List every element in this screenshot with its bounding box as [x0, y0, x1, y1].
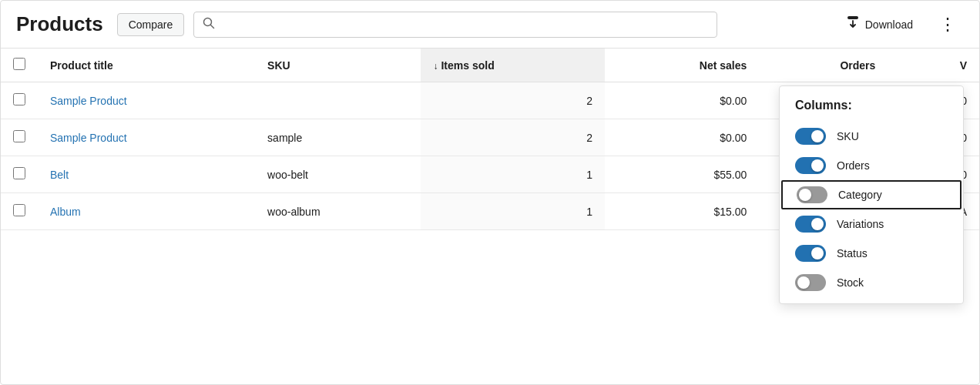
header-net-sales[interactable]: Net sales	[605, 49, 759, 82]
svg-line-1	[211, 25, 214, 28]
search-input[interactable]	[193, 12, 717, 38]
column-toggle-row-stock[interactable]: Stock	[780, 268, 963, 297]
toolbar: Products Compare Download	[1, 1, 979, 49]
column-toggle-row-status[interactable]: Status	[780, 239, 963, 268]
row-product: Belt	[38, 156, 255, 193]
row-checkbox[interactable]	[13, 130, 25, 142]
column-toggle-row-category[interactable]: Category	[781, 180, 962, 209]
row-checkbox-cell[interactable]	[1, 119, 38, 156]
toggle-thumb-sku	[811, 130, 824, 142]
toggle-track-orders	[795, 157, 826, 174]
product-link[interactable]: Belt	[50, 169, 69, 181]
header-orders[interactable]: Orders	[759, 49, 888, 82]
row-items-sold: 2	[421, 82, 604, 119]
row-product: Album	[38, 193, 255, 230]
download-button[interactable]: Download	[834, 10, 924, 38]
header-product-title[interactable]: Product title	[38, 49, 255, 82]
table-header-row: Product title SKU ↓Items sold Net sales …	[1, 49, 979, 82]
product-link[interactable]: Album	[50, 206, 81, 218]
header-items-sold[interactable]: ↓Items sold	[421, 49, 604, 82]
row-net-sales: $55.00	[605, 156, 759, 193]
row-checkbox-cell[interactable]	[1, 156, 38, 193]
product-link[interactable]: Sample Product	[50, 132, 127, 144]
row-checkbox-cell[interactable]	[1, 193, 38, 230]
row-net-sales: $15.00	[605, 193, 759, 230]
product-link[interactable]: Sample Product	[50, 95, 127, 107]
toggle-orders[interactable]	[795, 157, 826, 174]
toggle-thumb-variations	[811, 218, 824, 230]
row-checkbox[interactable]	[13, 167, 25, 179]
row-checkbox[interactable]	[13, 204, 25, 216]
row-sku: woo-album	[255, 193, 421, 230]
page-container: Products Compare Download	[0, 0, 980, 385]
toggle-track-category	[797, 186, 827, 203]
columns-list: SKU Orders Category Variations Status	[780, 122, 963, 297]
toggle-label-sku: SKU	[837, 130, 859, 142]
search-icon	[203, 17, 215, 32]
toggle-track-variations	[795, 216, 826, 233]
column-toggle-row-variations[interactable]: Variations	[780, 209, 963, 239]
toggle-label-status: Status	[837, 247, 868, 259]
row-items-sold: 1	[421, 156, 604, 193]
toggle-label-category: Category	[838, 189, 882, 201]
toggle-status[interactable]	[795, 245, 826, 262]
header-sku[interactable]: SKU	[255, 49, 421, 82]
columns-panel-title: Columns:	[780, 99, 963, 122]
row-sku: woo-belt	[255, 156, 421, 193]
toggle-track-sku	[795, 128, 826, 145]
select-all-checkbox[interactable]	[13, 58, 25, 70]
toggle-label-stock: Stock	[837, 276, 864, 289]
svg-rect-2	[847, 16, 858, 19]
column-toggle-row-orders[interactable]: Orders	[780, 151, 963, 180]
toggle-track-stock	[795, 274, 826, 291]
header-checkbox-cell[interactable]	[1, 49, 38, 82]
toggle-thumb-status	[811, 247, 824, 259]
row-checkbox-cell[interactable]	[1, 82, 38, 119]
toolbar-right: Download ⋮	[834, 10, 964, 38]
download-icon	[845, 15, 861, 34]
toggle-thumb-orders	[811, 159, 824, 172]
compare-button[interactable]: Compare	[117, 13, 185, 36]
sort-icon: ↓	[433, 61, 438, 72]
header-v[interactable]: V	[888, 49, 979, 82]
more-button[interactable]: ⋮	[933, 13, 964, 36]
toggle-thumb-category	[799, 189, 811, 201]
row-net-sales: $0.00	[605, 119, 759, 156]
toggle-category[interactable]	[797, 186, 827, 203]
row-items-sold: 1	[421, 193, 604, 230]
row-items-sold: 2	[421, 119, 604, 156]
column-toggle-row-sku[interactable]: SKU	[780, 122, 963, 151]
columns-panel: Columns: SKU Orders Category Variation	[779, 85, 964, 304]
toggle-thumb-stock	[797, 276, 810, 289]
row-product: Sample Product	[38, 119, 255, 156]
row-net-sales: $0.00	[605, 82, 759, 119]
toggle-stock[interactable]	[795, 274, 826, 291]
row-sku	[255, 82, 421, 119]
toggle-track-status	[795, 245, 826, 262]
toggle-label-variations: Variations	[837, 218, 884, 230]
row-product: Sample Product	[38, 82, 255, 119]
search-wrapper	[193, 12, 717, 38]
row-checkbox[interactable]	[13, 93, 25, 105]
download-label: Download	[865, 18, 913, 31]
row-sku: sample	[255, 119, 421, 156]
toggle-label-orders: Orders	[837, 159, 870, 172]
toggle-sku[interactable]	[795, 128, 826, 145]
toggle-variations[interactable]	[795, 216, 826, 233]
page-title: Products	[16, 12, 103, 36]
